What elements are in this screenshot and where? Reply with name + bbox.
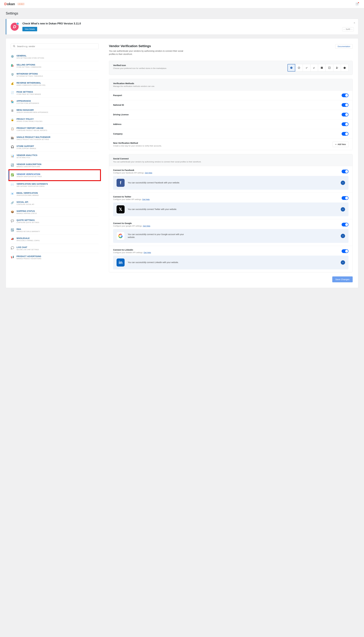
help-button[interactable]: ? — [355, 2, 359, 6]
sidebar-item-privacy-policy[interactable]: 🔒PRIVACY POLICYUPDATE STORE PRIVACY POLI… — [11, 116, 98, 125]
sidebar-item-verification-sms-gateways[interactable]: ✉️VERIFICATION SMS GATEWAYSSMS GATEWAY V… — [11, 181, 98, 190]
toggle-switch[interactable] — [342, 122, 348, 126]
icon-option-check-circle-filled[interactable] — [288, 64, 295, 72]
search-input-wrap[interactable] — [11, 43, 98, 49]
chevron-down-icon[interactable] — [341, 260, 345, 265]
plus-icon: + — [335, 143, 336, 146]
toggle-switch[interactable] — [342, 103, 348, 107]
toggle-switch[interactable] — [342, 223, 348, 226]
search-input[interactable] — [17, 45, 96, 48]
notice-brand-icon: Di — [10, 23, 19, 31]
sidebar-item-menu-manager[interactable]: ☰MENU MANAGERVENDOR DASHBOARD MENU APPEA… — [11, 107, 98, 116]
nav-item-sub: STORE SUPPORT MANAGE — [16, 148, 36, 149]
sidebar-item-general[interactable]: ⚙️GENERALSITE SETTINGS AND STORE OPTIONS — [11, 52, 98, 61]
documentation-button[interactable]: Documentation — [335, 44, 353, 49]
connect-sub: Configure your facebook API settings. Ge… — [113, 172, 152, 174]
nav-item-title: VENDOR SUBSCRIPTION — [16, 163, 41, 165]
method-row: Address — [109, 119, 352, 129]
close-icon[interactable]: × — [354, 21, 355, 25]
sidebar-item-store-support[interactable]: 🎧STORE SUPPORTSTORE SUPPORT MANAGE — [11, 143, 98, 152]
nav-item-sub: STORE SETTINGS, COMMISSIONS — [16, 66, 41, 68]
sidebar-item-rma[interactable]: ↩️RMAMANAGE RETURN & WARRANTY — [11, 226, 98, 235]
svg-rect-5 — [328, 67, 330, 69]
sidebar-item-reverse-withdrawal[interactable]: 💰REVERSE WITHDRAWALADMIN COMMISSION CONF… — [11, 80, 98, 89]
social-panel: Social Connect You can authenticate your… — [109, 154, 353, 272]
sidebar-item-single-product-multivendor[interactable]: 🏬SINGLE PRODUCT MULTIVENDORSINGLE PRODUC… — [11, 134, 98, 143]
icon-option-double-check[interactable] — [310, 64, 318, 72]
sidebar-item-vendor-analytics[interactable]: 📊VENDOR ANALYTICSSETUP ANALYTICS — [11, 152, 98, 161]
nav-item-title: PRIVACY POLICY — [16, 118, 42, 120]
sidebar-item-withdraw-options[interactable]: 🛡️WITHDRAW OPTIONSWITHDRAW SETTINGS, THR… — [11, 70, 98, 80]
add-new-button[interactable]: + Add New — [332, 142, 348, 147]
icon-option-check[interactable] — [303, 64, 310, 72]
nav-icon: ↩️ — [11, 228, 14, 232]
sidebar-item-social-api[interactable]: 🔗SOCIAL APICONFIGURE SOCIAL API — [11, 199, 98, 208]
chevron-down-icon[interactable] — [341, 207, 345, 212]
nav-item-title: PRODUCT REPORT ABUSE — [16, 127, 47, 129]
nav-item-sub: CUSTOM STORE APPEARANCE — [16, 103, 39, 104]
sidebar-item-vendor-verification[interactable]: ✅VENDOR VERIFICATIONVENDOR VERIFICATION … — [8, 171, 98, 180]
nav-item-sub: VENDOR DASHBOARD MENU APPEARANCE — [16, 112, 48, 113]
sidebar-item-wholesale[interactable]: 📣WHOLESALEWHOLESALE CHANNEL CONFIG — [11, 235, 98, 244]
nav-item-title: PAGE SETTINGS — [16, 91, 41, 93]
social-title: Social Connect — [113, 157, 348, 160]
social-icon: 𝕏 — [116, 205, 124, 213]
search-icon — [13, 45, 16, 48]
chevron-left-icon[interactable]: ‹ — [344, 28, 344, 31]
chevron-down-icon[interactable] — [341, 234, 345, 238]
get-help-link[interactable]: Get Help — [145, 172, 152, 174]
get-help-link[interactable]: Get Help — [143, 225, 150, 227]
svg-point-3 — [298, 67, 300, 69]
nav-icon: 📢 — [11, 255, 14, 259]
get-help-link[interactable]: Get Help — [144, 251, 151, 254]
icon-option-badge[interactable] — [341, 64, 348, 72]
content-title: Vendor Verification Settings — [109, 44, 151, 48]
content-head: Vendor Verification Settings Documentati… — [109, 44, 353, 49]
sidebar-item-selling-options[interactable]: 🛍️SELLING OPTIONSSTORE SETTINGS, COMMISS… — [11, 61, 98, 70]
nav-icon: 🏬 — [11, 136, 14, 140]
toggle-switch[interactable] — [342, 170, 348, 173]
brand-logo: Dokan — [4, 2, 15, 6]
nav-item-sub: STORE PAGE SETTINGS MANAGE — [16, 94, 41, 95]
method-row: Passport — [109, 91, 352, 100]
chevron-right-icon[interactable]: › — [352, 28, 352, 31]
nav-icon: 💰 — [11, 82, 14, 85]
icon-option-check-square-outline[interactable] — [326, 64, 333, 72]
nav-item-sub: WITHDRAW SETTINGS, THRESHOLD — [16, 75, 43, 77]
toggle-switch[interactable] — [342, 132, 348, 136]
sidebar-item-page-settings[interactable]: 📄PAGE SETTINGSSTORE PAGE SETTINGS MANAGE — [11, 89, 98, 98]
toggle-switch[interactable] — [342, 196, 348, 200]
content-area: Vendor Verification Settings Documentati… — [104, 39, 358, 288]
sidebar-item-email-verification[interactable]: 📧EMAIL VERIFICATIONVERIFICATION EMAIL MA… — [11, 190, 98, 199]
nav-icon: 🛍️ — [11, 64, 14, 67]
sidebar-item-vendor-subscription[interactable]: 🔄VENDOR SUBSCRIPTIONMANAGE SUBSCRIPTION … — [11, 161, 98, 170]
toggle-switch[interactable] — [342, 113, 348, 117]
method-label: Driving License — [113, 114, 128, 116]
connect-sub: Configure your linkedin API settings. Ge… — [113, 251, 151, 254]
connect-message: You can successfully connect Facebook wi… — [128, 181, 180, 184]
sidebar-item-shipping-status[interactable]: 📦SHIPPING STATUSMANAGE SHIPPING STATUS — [11, 208, 98, 217]
nav-icon: 🔒 — [11, 118, 14, 121]
icon-option-check-circle-outline[interactable] — [295, 64, 303, 72]
sidebar-item-quote-settings[interactable]: 💬QUOTE SETTINGSCONFIGURE QUOTE SETTINGS — [11, 217, 98, 226]
sidebar-item-product-report-abuse[interactable]: 📋PRODUCT REPORT ABUSECONFIGURE PRODUCT A… — [11, 125, 98, 134]
save-changes-button[interactable]: Save Changes — [332, 276, 353, 282]
view-details-button[interactable]: View Details — [22, 27, 37, 31]
notice-pager: ‹ 3 of 5 › — [342, 27, 354, 31]
icon-option-check-square-filled[interactable] — [318, 64, 326, 72]
nav-item-title: STORE SUPPORT — [16, 145, 36, 147]
nav-icon: ⚙️ — [11, 55, 14, 58]
get-help-link[interactable]: Get Help — [142, 198, 150, 201]
method-row: Driving License — [109, 110, 352, 119]
icon-option-user-check[interactable] — [333, 64, 341, 72]
sidebar-item-product-advertising[interactable]: 📢PRODUCT ADVERTISINGMANAGE PRODUCT ADVER… — [11, 253, 98, 262]
sidebar-item-live-chat[interactable]: 💭LIVE CHATSECURE LIVE CHAT SETTINGS — [11, 244, 98, 253]
pager-text: 3 of 5 — [346, 28, 350, 30]
chevron-down-icon[interactable] — [341, 181, 345, 185]
nav-item-title: APPEARANCE — [16, 100, 39, 102]
toggle-switch[interactable] — [342, 94, 348, 97]
sidebar-item-appearance[interactable]: 🏪APPEARANCECUSTOM STORE APPEARANCE — [11, 98, 98, 107]
nav-item-title: GENERAL — [16, 55, 44, 57]
toggle-switch[interactable] — [342, 249, 348, 253]
social-sub: You can authenticate your vendors by aut… — [113, 161, 348, 163]
